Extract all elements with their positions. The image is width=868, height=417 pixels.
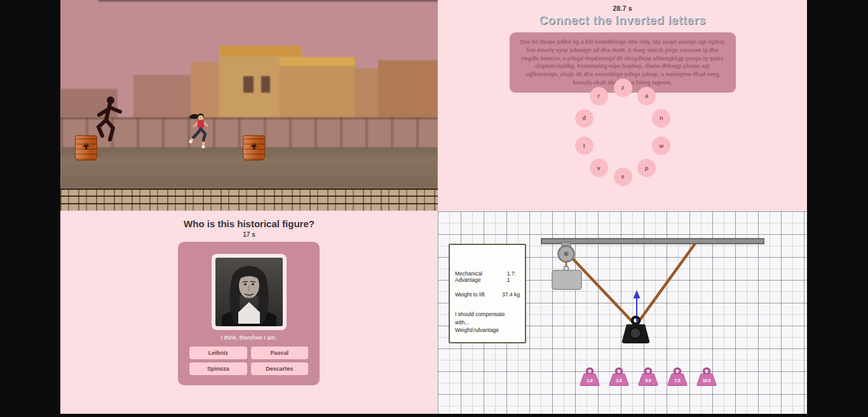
answer-button-leibniz[interactable]: Leibniz <box>189 347 247 359</box>
panel-hint: I should compensate with... Weight/Advan… <box>455 310 520 334</box>
physics-info-panel: Mechanical Advantage1.7: 1Weight to lift… <box>449 244 526 343</box>
building-roof <box>280 57 355 66</box>
letter-circle-v[interactable]: v <box>590 159 608 177</box>
building <box>280 57 356 126</box>
hint-line: I should compensate with... <box>455 311 505 326</box>
runner-game-scene: ☣ ☣ <box>60 0 438 211</box>
brick-floor <box>60 189 438 211</box>
letter-circle-r[interactable]: r <box>590 87 608 105</box>
panel-row-value: 1.7: 1 <box>507 270 520 283</box>
letters-game-panel: 28.7 s Connect the inverted letters Dhe … <box>438 0 807 211</box>
quiz-card: I think, therefore I am. LeibnizPascalSp… <box>178 242 320 385</box>
answer-button-descartes[interactable]: Descartes <box>251 362 309 375</box>
hanging-block <box>552 270 581 289</box>
building-window <box>243 76 254 93</box>
letter-circle-p[interactable]: p <box>637 159 656 177</box>
svg-text:7.0: 7.0 <box>674 378 680 383</box>
quiz-timer: 17 s <box>60 231 438 238</box>
rope-left <box>570 256 635 324</box>
panel-row-label: Mechanical Advantage <box>455 270 507 283</box>
letter-circle-d[interactable]: d <box>575 109 593 128</box>
kettlebell-handle <box>632 317 639 324</box>
svg-text:5.0: 5.0 <box>645 378 651 383</box>
svg-text:2.0: 2.0 <box>616 378 621 383</box>
quiz-question: Who is this historical figure? <box>60 218 438 229</box>
answer-button-spinoza[interactable]: Spinoza <box>189 362 247 375</box>
runner-girl-sprite <box>187 112 212 151</box>
building-window <box>261 76 270 93</box>
portrait-frame <box>212 254 287 330</box>
letters-timer: 28.7 s <box>438 4 807 12</box>
biohazard-icon: ☣ <box>83 142 90 151</box>
force-arrow-head <box>634 290 641 298</box>
biohazard-icon: ☣ <box>250 142 258 151</box>
descartes-portrait <box>215 258 283 326</box>
letter-circle-n[interactable]: n <box>652 109 670 128</box>
quiz-quote: I think, therefore I am. <box>178 334 320 341</box>
panel-rows: Mechanical Advantage1.7: 1Weight to lift… <box>455 270 520 298</box>
building <box>378 60 438 126</box>
hint-line: Weight/Advantage <box>455 327 499 333</box>
physics-game-panel: Mechanical Advantage1.7: 1Weight to lift… <box>438 211 807 414</box>
support-beam <box>541 239 764 244</box>
letter-circle-z[interactable]: z <box>614 79 632 97</box>
letter-circle-s[interactable]: s <box>614 168 632 186</box>
svg-text:10.0: 10.0 <box>703 378 711 383</box>
weight-10.0kg[interactable]: 10.0 <box>696 367 717 386</box>
ponytail <box>189 114 198 119</box>
svg-text:1.0: 1.0 <box>587 378 592 383</box>
zombie-sprite <box>91 94 124 146</box>
panel-row: Mechanical Advantage1.7: 1 <box>455 270 520 283</box>
weight-7.0kg[interactable]: 7.0 <box>667 367 688 386</box>
answer-button-pascal[interactable]: Pascal <box>251 347 309 359</box>
weight-1.0kg[interactable]: 1.0 <box>579 367 600 386</box>
letters-game-title: Connect the inverted letters <box>438 13 807 27</box>
answers-grid: LeibnizPascalSpinozaDescartes <box>189 347 308 375</box>
weight-2.0kg[interactable]: 2.0 <box>608 367 630 386</box>
hazard-barrel-right: ☣ <box>243 135 265 161</box>
history-quiz-panel: Who is this historical figure? 17 s <box>60 211 438 414</box>
letter-circle-t[interactable]: t <box>575 136 593 155</box>
power-line <box>98 0 438 1</box>
letter-circle-w[interactable]: w <box>652 136 670 155</box>
panel-row-value: 37.4 kg <box>502 291 520 298</box>
game-stage: ☣ ☣ <box>60 0 807 414</box>
letter-circle-a[interactable]: a <box>637 87 656 105</box>
building-roof <box>220 46 301 56</box>
rope-right <box>637 244 695 324</box>
weight-5.0kg[interactable]: 5.0 <box>637 367 659 386</box>
panel-row-label: Weight to lift <box>455 291 485 298</box>
panel-row: Weight to lift37.4 kg <box>455 291 520 298</box>
